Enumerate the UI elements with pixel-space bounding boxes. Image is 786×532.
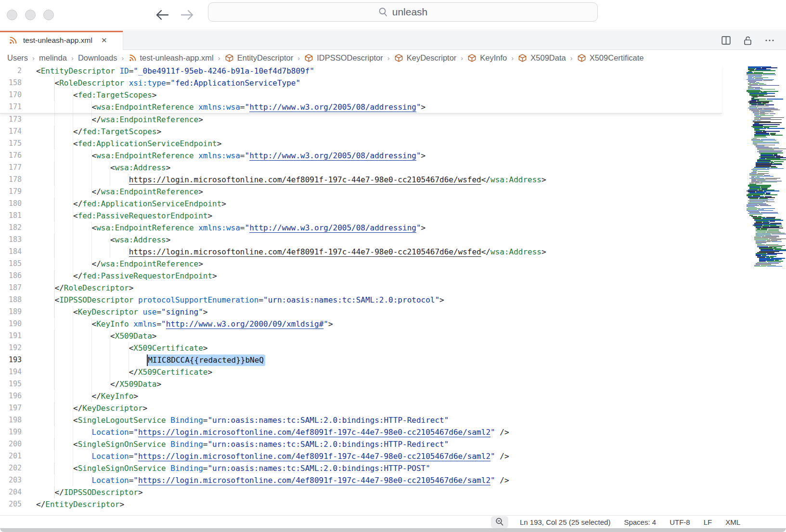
language-mode-status[interactable]: XML	[725, 518, 740, 526]
line-number[interactable]: 193	[0, 354, 30, 366]
code-line[interactable]: 170<fed:TargetScopes>	[0, 89, 722, 101]
eol-status[interactable]: LF	[704, 518, 712, 526]
code-line[interactable]: 171<wsa:EndpointReference xmlns:wsa="htt…	[0, 101, 722, 113]
breadcrumb-item[interactable]: IDPSSODescriptor	[304, 53, 383, 63]
line-number[interactable]: 175	[0, 138, 30, 150]
line-number[interactable]: 181	[0, 210, 30, 222]
zoom-out-button[interactable]	[491, 516, 508, 528]
line-number[interactable]: 203	[0, 474, 30, 486]
forward-button[interactable]	[180, 8, 194, 22]
code-line[interactable]: 196</KeyInfo>	[0, 390, 786, 402]
line-number[interactable]: 188	[0, 294, 30, 306]
line-number[interactable]: 173	[0, 114, 30, 126]
code-line[interactable]: 205</EntityDescriptor>	[0, 498, 786, 510]
code-line[interactable]: 199Location="https://login.microsoftonli…	[0, 426, 786, 438]
code-line[interactable]: 173</wsa:EndpointReference>	[0, 114, 786, 126]
breadcrumb-item[interactable]: X509Data	[518, 53, 566, 63]
line-number[interactable]: 170	[0, 89, 30, 101]
code-line[interactable]: 178https://login.microsoftonline.com/4ef…	[0, 174, 786, 186]
line-number[interactable]: 197	[0, 402, 30, 414]
line-number[interactable]: 171	[0, 101, 30, 113]
line-number[interactable]: 200	[0, 438, 30, 450]
line-number[interactable]: 199	[0, 426, 30, 438]
more-actions-button[interactable]	[765, 39, 774, 42]
code-line[interactable]: 176<wsa:EndpointReference xmlns:wsa="htt…	[0, 150, 786, 162]
line-number[interactable]: 194	[0, 366, 30, 378]
code-line[interactable]: 185</wsa:EndpointReference>	[0, 258, 786, 270]
line-number[interactable]: 174	[0, 126, 30, 138]
code-line[interactable]: 186</fed:PassiveRequestorEndpoint>	[0, 270, 786, 282]
split-editor-button[interactable]	[722, 36, 731, 45]
code-line[interactable]: 204</IDPSSODescriptor>	[0, 486, 786, 498]
search-input[interactable]: unleash	[208, 2, 598, 22]
line-number[interactable]: 179	[0, 186, 30, 198]
code-line[interactable]: 203Location="https://login.microsoftonli…	[0, 474, 786, 486]
line-number[interactable]: 195	[0, 378, 30, 390]
indentation-status[interactable]: Spaces: 4	[624, 518, 656, 526]
breadcrumb-item[interactable]: Users	[7, 53, 28, 63]
line-number[interactable]: 198	[0, 414, 30, 426]
code-line[interactable]: 193MIIC8DCCA{{redacted}}bNeQ	[0, 354, 786, 366]
maximize-window-button[interactable]	[43, 10, 54, 20]
line-number[interactable]: 158	[0, 77, 30, 89]
line-number[interactable]: 189	[0, 306, 30, 318]
code-line[interactable]: 182<wsa:EndpointReference xmlns:wsa="htt…	[0, 222, 786, 234]
code-line[interactable]: 2<EntityDescriptor ID="_0be4911f-95eb-42…	[0, 65, 722, 77]
line-number[interactable]: 190	[0, 318, 30, 330]
code-line[interactable]: 194</X509Certificate>	[0, 366, 786, 378]
unlock-button[interactable]	[743, 36, 752, 45]
line-number[interactable]: 177	[0, 162, 30, 174]
tab-close-button[interactable]: ✕	[101, 36, 107, 45]
close-window-button[interactable]	[7, 10, 17, 20]
code-line[interactable]: 158<RoleDescriptor xsi:type="fed:Applica…	[0, 77, 722, 89]
line-number[interactable]: 182	[0, 222, 30, 234]
tab-test-unleash-app[interactable]: test-unleash-app.xml ✕	[0, 31, 123, 50]
line-number[interactable]: 178	[0, 174, 30, 186]
line-number[interactable]: 192	[0, 342, 30, 354]
breadcrumb-item[interactable]: KeyInfo	[467, 53, 507, 63]
breadcrumb-item[interactable]: test-unleash-app.xml	[129, 53, 214, 63]
code-line[interactable]: 197</KeyDescriptor>	[0, 402, 786, 414]
code-line[interactable]: 200<SingleSignOnService Binding="urn:oas…	[0, 438, 786, 450]
code-line[interactable]: 174</fed:TargetScopes>	[0, 126, 786, 138]
cursor-position-status[interactable]: Ln 193, Col 25 (25 selected)	[520, 518, 610, 526]
code-line[interactable]: 177<wsa:Address>	[0, 162, 786, 174]
code-lines[interactable]: 173</wsa:EndpointReference>174</fed:Targ…	[0, 114, 786, 510]
line-number[interactable]: 183	[0, 234, 30, 246]
code-line[interactable]: 187</RoleDescriptor>	[0, 282, 786, 294]
minimap[interactable]	[723, 66, 786, 268]
code-line[interactable]: 179</wsa:EndpointReference>	[0, 186, 786, 198]
breadcrumb-item[interactable]: EntityDescriptor	[225, 53, 293, 63]
minimize-window-button[interactable]	[25, 10, 36, 20]
breadcrumb-item[interactable]: melinda	[39, 53, 67, 63]
line-number[interactable]: 187	[0, 282, 30, 294]
code-line[interactable]: 198<SingleLogoutService Binding="urn:oas…	[0, 414, 786, 426]
line-number[interactable]: 176	[0, 150, 30, 162]
code-line[interactable]: 175<fed:ApplicationServiceEndpoint>	[0, 138, 786, 150]
line-number[interactable]: 201	[0, 450, 30, 462]
breadcrumb-item[interactable]: KeyDescriptor	[394, 53, 457, 63]
code-line[interactable]: 195</X509Data>	[0, 378, 786, 390]
line-number[interactable]: 196	[0, 390, 30, 402]
breadcrumb-item[interactable]: X509Certificate	[577, 53, 644, 63]
line-number[interactable]: 186	[0, 270, 30, 282]
code-line[interactable]: 202<SingleSignOnService Binding="urn:oas…	[0, 462, 786, 474]
code-line[interactable]: 181<fed:PassiveRequestorEndpoint>	[0, 210, 786, 222]
line-number[interactable]: 184	[0, 246, 30, 258]
code-line[interactable]: 191<X509Data>	[0, 330, 786, 342]
code-line[interactable]: 183<wsa:Address>	[0, 234, 786, 246]
line-number[interactable]: 191	[0, 330, 30, 342]
encoding-status[interactable]: UTF-8	[670, 518, 690, 526]
line-number[interactable]: 202	[0, 462, 30, 474]
breadcrumb-item[interactable]: Downloads	[78, 53, 117, 63]
code-line[interactable]: 184https://login.microsoftonline.com/4ef…	[0, 246, 786, 258]
back-button[interactable]	[155, 8, 169, 22]
code-line[interactable]: 180</fed:ApplicationServiceEndpoint>	[0, 198, 786, 210]
line-number[interactable]: 185	[0, 258, 30, 270]
sticky-scroll[interactable]: 2<EntityDescriptor ID="_0be4911f-95eb-42…	[0, 65, 722, 114]
code-line[interactable]: 192<X509Certificate>	[0, 342, 786, 354]
code-editor[interactable]: 2<EntityDescriptor ID="_0be4911f-95eb-42…	[0, 65, 786, 515]
line-number[interactable]: 180	[0, 198, 30, 210]
line-number[interactable]: 205	[0, 498, 30, 510]
code-line[interactable]: 190<KeyInfo xmlns="http://www.w3.org/200…	[0, 318, 786, 330]
